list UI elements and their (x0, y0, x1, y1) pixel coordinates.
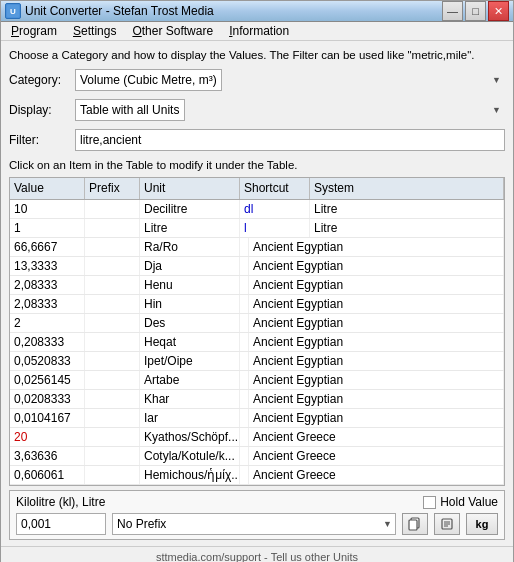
table-row[interactable]: 0,208333 Heqat Ancient Egyptian (10, 333, 504, 352)
copy-button[interactable] (402, 513, 428, 535)
td-shortcut (240, 390, 249, 408)
th-system: System (310, 178, 504, 199)
close-button[interactable]: ✕ (488, 1, 509, 21)
td-value: 0,0208333 (10, 390, 85, 408)
td-value: 0,0520833 (10, 352, 85, 370)
td-system: Ancient Egyptian (249, 276, 504, 294)
td-shortcut (240, 333, 249, 351)
table-body[interactable]: 10 Decilitre dl Litre 1 Litre l Litre 66… (10, 200, 504, 485)
td-prefix (85, 295, 140, 313)
td-value: 2 (10, 314, 85, 332)
td-system: Litre (310, 219, 504, 237)
menu-other-software[interactable]: Other Software (124, 22, 221, 40)
table-row[interactable]: 66,6667 Ra/Ro Ancient Egyptian (10, 238, 504, 257)
menu-settings[interactable]: Settings (65, 22, 124, 40)
td-unit: Des (140, 314, 240, 332)
value-input[interactable] (16, 513, 106, 535)
svg-text:U: U (10, 7, 16, 16)
td-prefix (85, 447, 140, 465)
td-prefix (85, 257, 140, 275)
menu-information[interactable]: Information (221, 22, 297, 40)
table-row[interactable]: 2,08333 Henu Ancient Egyptian (10, 276, 504, 295)
td-unit: Litre (140, 219, 240, 237)
display-select-wrapper: Table with all Units (75, 99, 505, 121)
td-prefix (85, 333, 140, 351)
table-row[interactable]: 0,0208333 Khar Ancient Egyptian (10, 390, 504, 409)
td-unit: Ipet/Oipe (140, 352, 240, 370)
table-row[interactable]: 10 Decilitre dl Litre (10, 200, 504, 219)
td-shortcut (240, 409, 249, 427)
filter-input[interactable] (75, 129, 505, 151)
td-shortcut: dl (240, 200, 310, 218)
filter-label: Filter: (9, 133, 69, 147)
td-system: Litre (310, 200, 504, 218)
info-text: Choose a Category and how to display the… (9, 47, 505, 63)
hold-value-row: Hold Value (423, 495, 498, 509)
td-system: Ancient Egyptian (249, 333, 504, 351)
td-unit: Iar (140, 409, 240, 427)
unit-kg-button[interactable]: kg (466, 513, 498, 535)
td-value: 1 (10, 219, 85, 237)
category-select[interactable]: Volume (Cubic Metre, m³) (75, 69, 222, 91)
hold-value-checkbox[interactable] (423, 496, 436, 509)
th-value: Value (10, 178, 85, 199)
td-shortcut (240, 352, 249, 370)
paste-button[interactable] (434, 513, 460, 535)
maximize-button[interactable]: □ (465, 1, 486, 21)
td-shortcut (240, 428, 249, 446)
td-unit: Kyathos/Schöpf... (140, 428, 240, 446)
table-row[interactable]: 13,3333 Dja Ancient Egyptian (10, 257, 504, 276)
app-icon: U (5, 3, 21, 19)
table-row[interactable]: 0,0256145 Artabe Ancient Egyptian (10, 371, 504, 390)
th-unit: Unit (140, 178, 240, 199)
td-unit: Artabe (140, 371, 240, 389)
td-value: 20 (10, 428, 85, 446)
table-row[interactable]: 0,0520833 Ipet/Oipe Ancient Egyptian (10, 352, 504, 371)
th-prefix: Prefix (85, 178, 140, 199)
minimize-button[interactable]: — (442, 1, 463, 21)
window-title: Unit Converter - Stefan Trost Media (25, 4, 442, 18)
td-system: Ancient Greece (249, 428, 504, 446)
td-value: 0,208333 (10, 333, 85, 351)
prefix-select-wrapper: No Prefix (112, 513, 396, 535)
table-row[interactable]: 1 Litre l Litre (10, 219, 504, 238)
td-value: 66,6667 (10, 238, 85, 256)
td-unit: Henu (140, 276, 240, 294)
td-prefix (85, 352, 140, 370)
table-row[interactable]: 0,0104167 Iar Ancient Egyptian (10, 409, 504, 428)
td-system: Ancient Egyptian (249, 390, 504, 408)
td-unit: Khar (140, 390, 240, 408)
table-row[interactable]: 20 Kyathos/Schöpf... Ancient Greece (10, 428, 504, 447)
td-value: 0,0104167 (10, 409, 85, 427)
td-shortcut (240, 257, 249, 275)
category-row: Category: Volume (Cubic Metre, m³) (9, 69, 505, 91)
td-prefix (85, 219, 140, 237)
table-row[interactable]: 2 Des Ancient Egyptian (10, 314, 504, 333)
td-shortcut (240, 276, 249, 294)
td-unit: Cotyla/Kotule/k... (140, 447, 240, 465)
td-shortcut (240, 447, 249, 465)
table-row[interactable]: 2,08333 Hin Ancient Egyptian (10, 295, 504, 314)
td-shortcut (240, 314, 249, 332)
display-select[interactable]: Table with all Units (75, 99, 185, 121)
td-system: Ancient Greece (249, 447, 504, 465)
td-unit: Hemichous/ἡμίχ... (140, 466, 240, 484)
td-value: 2,08333 (10, 276, 85, 294)
td-system: Ancient Egyptian (249, 352, 504, 370)
table-row[interactable]: 0,606061 Hemichous/ἡμίχ... Ancient Greec… (10, 466, 504, 485)
prefix-select[interactable]: No Prefix (112, 513, 396, 535)
td-unit: Heqat (140, 333, 240, 351)
td-unit: Decilitre (140, 200, 240, 218)
td-value: 13,3333 (10, 257, 85, 275)
td-prefix (85, 238, 140, 256)
td-system: Ancient Greece (249, 466, 504, 484)
td-prefix (85, 428, 140, 446)
table-row[interactable]: 3,63636 Cotyla/Kotule/k... Ancient Greec… (10, 447, 504, 466)
display-label: Display: (9, 103, 69, 117)
td-unit: Dja (140, 257, 240, 275)
menu-program[interactable]: Program (3, 22, 65, 40)
main-window: U Unit Converter - Stefan Trost Media — … (0, 0, 514, 562)
td-shortcut: l (240, 219, 310, 237)
td-value: 0,606061 (10, 466, 85, 484)
unit-label: Kilolitre (kl), Litre (16, 495, 105, 509)
